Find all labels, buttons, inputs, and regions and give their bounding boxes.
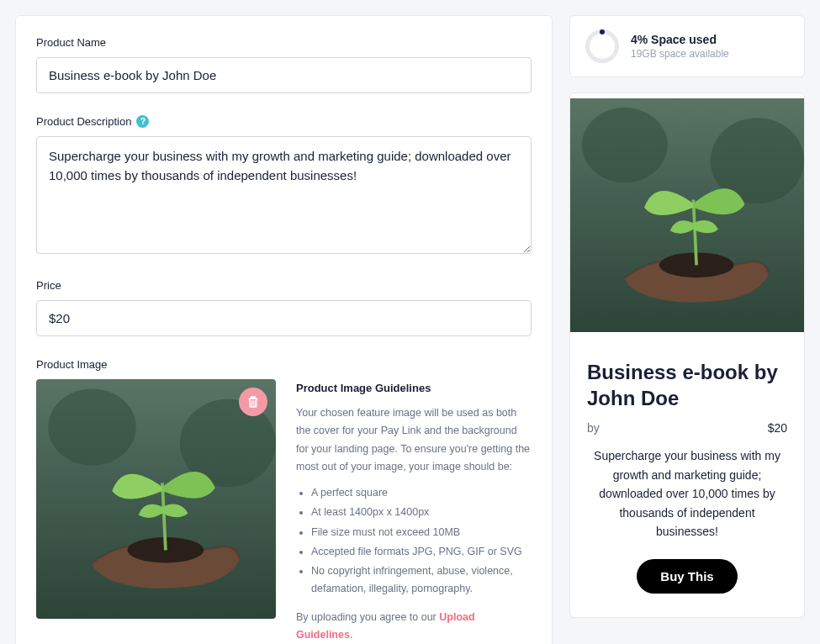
guidelines-list: A perfect square At least 1400px x 1400p… [311,484,532,599]
product-image-preview [36,379,276,619]
guideline-item: A perfect square [311,484,532,502]
preview-price: $20 [768,421,787,435]
product-name-label: Product Name [36,36,532,49]
preview-description: Supercharge your business with my growth… [587,446,787,541]
price-label: Price [36,279,532,292]
product-desc-label: Product Description ? [36,115,532,128]
buy-button[interactable]: Buy This [637,559,737,594]
preview-by-label: by [587,421,600,435]
price-group: Price [36,279,532,336]
guidelines-intro: Your chosen feature image will be used a… [296,404,532,476]
product-image-label: Product Image [36,358,532,371]
space-subtitle: 19GB space available [631,48,729,60]
guideline-item: At least 1400px x 1400px [311,504,532,521]
guidelines-heading: Product Image Guidelines [296,379,532,398]
product-desc-label-text: Product Description [36,115,131,128]
preview-title: Business e-book by John Doe [587,359,787,411]
guideline-item: File size must not exceed 10MB [311,524,532,541]
product-name-input[interactable] [36,57,532,93]
product-form-panel: Product Name Product Description ? Price… [15,15,553,644]
product-name-group: Product Name [36,36,532,93]
product-image-group: Product Image Product Image Guidelines Y… [36,358,532,644]
product-desc-input[interactable] [36,136,532,254]
space-title: 4% Space used [631,33,729,46]
space-usage-card: 4% Space used 19GB space available [569,15,805,77]
trash-icon [246,394,261,409]
guidelines-agree-prefix: By uploading you agree to our [296,611,439,623]
guideline-item: Accepted file formats JPG, PNG, GIF or S… [311,543,532,561]
product-preview-card: Business e-book by John Doe by $20 Super… [569,92,805,618]
image-guidelines: Product Image Guidelines Your chosen fea… [296,379,532,644]
delete-image-button[interactable] [239,388,267,416]
guideline-item: No copyright infringement, abuse, violen… [311,562,532,599]
help-icon[interactable]: ? [136,115,149,128]
price-input[interactable] [36,300,532,336]
space-usage-meter-icon [585,29,619,63]
preview-image [570,93,804,337]
guidelines-agree: By uploading you agree to our Upload Gui… [296,609,532,644]
plant-photo [36,379,276,619]
product-desc-group: Product Description ? [36,115,532,257]
